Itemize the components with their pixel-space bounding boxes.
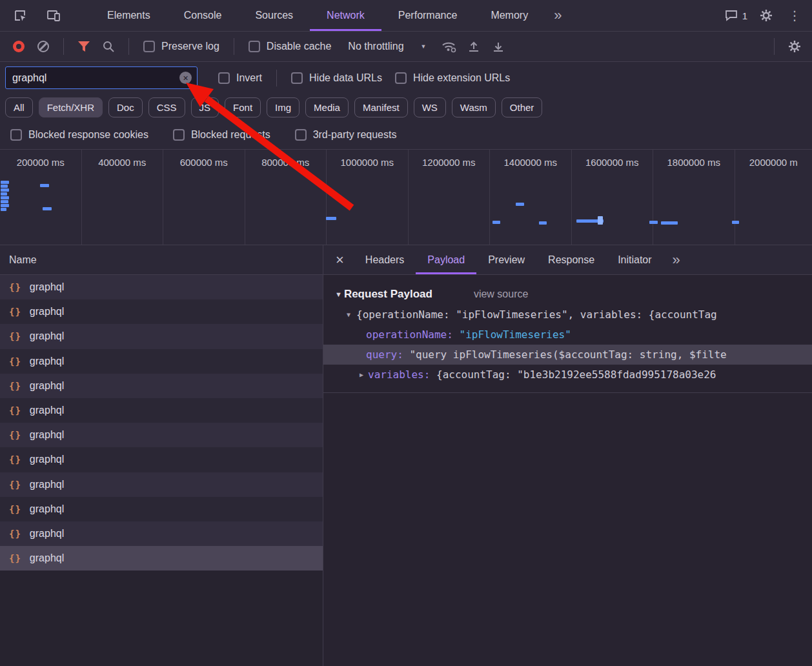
waterfall-bar[interactable]: [732, 221, 739, 224]
import-har-icon[interactable]: [464, 37, 483, 56]
type-filter-pill[interactable]: All: [5, 97, 33, 117]
waterfall-bar[interactable]: [539, 221, 547, 225]
type-filter-pill[interactable]: Wasm: [452, 97, 496, 117]
waterfall-bar[interactable]: [649, 221, 658, 224]
details-tab[interactable]: Payload: [416, 245, 476, 274]
details-tab[interactable]: Headers: [354, 245, 416, 274]
divider: [128, 38, 129, 55]
fetch-xhr-icon: {}: [9, 529, 21, 539]
inspect-element-icon[interactable]: [10, 6, 30, 25]
disable-cache-checkbox[interactable]: Disable cache: [245, 41, 336, 52]
waterfall-bar[interactable]: [598, 216, 603, 225]
type-filter-pill[interactable]: Other: [502, 97, 543, 117]
export-har-icon[interactable]: [489, 37, 508, 56]
waterfall-bar[interactable]: [1, 204, 9, 207]
settings-gear-icon[interactable]: [756, 6, 776, 25]
details-tab[interactable]: Initiator: [606, 245, 663, 274]
request-name: graphql: [30, 281, 64, 293]
payload-root-row[interactable]: ▼ {operationName: "ipFlowTimeseries", va…: [323, 305, 812, 325]
request-row[interactable]: {} graphql: [0, 546, 323, 570]
request-row[interactable]: {} graphql: [0, 275, 323, 299]
close-details-icon[interactable]: ×: [326, 252, 354, 268]
fetch-xhr-icon: {}: [9, 454, 21, 465]
collapse-triangle-icon[interactable]: ▼: [335, 290, 342, 298]
waterfall-bar[interactable]: [1, 200, 8, 203]
throttling-select[interactable]: No throttling ▼: [340, 41, 434, 52]
filter-checkbox[interactable]: 3rd-party requests: [291, 129, 401, 141]
waterfall-overview[interactable]: 200000 ms 400000 ms 600000 ms 800000 ms …: [0, 150, 812, 245]
waterfall-bar[interactable]: [43, 207, 52, 210]
request-row[interactable]: {} graphql: [0, 349, 323, 374]
fetch-xhr-icon: {}: [9, 553, 21, 563]
network-conditions-icon[interactable]: [440, 37, 459, 56]
request-row[interactable]: {} graphql: [0, 324, 323, 348]
waterfall-bar[interactable]: [1, 181, 9, 184]
more-details-tabs-icon[interactable]: »: [664, 252, 689, 268]
type-filter-pill[interactable]: Manifest: [354, 97, 408, 117]
payload-divider: [323, 392, 812, 393]
filter-checkbox[interactable]: Blocked response cookies: [6, 129, 152, 141]
request-row[interactable]: {} graphql: [0, 423, 323, 447]
request-row[interactable]: {} graphql: [0, 374, 323, 398]
expand-triangle-icon[interactable]: ▶: [360, 371, 363, 378]
hide-extension-urls-checkbox[interactable]: Hide extension URLs: [391, 72, 514, 84]
waterfall-bar[interactable]: [40, 184, 49, 187]
payload-row-variables[interactable]: ▶ variables: {accountTag: "b1e3b2192ee55…: [323, 365, 812, 385]
request-row[interactable]: {} graphql: [0, 472, 323, 497]
devtools-left-icons: [0, 0, 74, 31]
request-row[interactable]: {} graphql: [0, 299, 323, 324]
request-row[interactable]: {} graphql: [0, 398, 323, 423]
type-filter-pill[interactable]: JS: [191, 97, 219, 117]
waterfall-bar[interactable]: [1, 185, 8, 188]
panel-tab[interactable]: Sources: [238, 0, 310, 31]
search-icon[interactable]: [99, 37, 118, 56]
waterfall-bar[interactable]: [492, 221, 500, 224]
clear-filter-icon[interactable]: ×: [179, 72, 192, 84]
filter-input[interactable]: [5, 66, 198, 89]
payload-string-value: "ipFlowTimeseries": [453, 328, 571, 341]
panel-tab[interactable]: Memory: [474, 0, 545, 31]
clear-network-log-button[interactable]: [34, 37, 53, 56]
network-settings-gear-icon[interactable]: [785, 37, 804, 56]
payload-row-operation-name[interactable]: operationName: "ipFlowTimeseries": [323, 325, 812, 345]
invert-checkbox[interactable]: Invert: [214, 72, 266, 84]
panel-tab[interactable]: Performance: [381, 0, 474, 31]
filter-toggle-icon[interactable]: [74, 37, 94, 56]
details-tab[interactable]: Preview: [476, 245, 536, 274]
waterfall-bar[interactable]: [1, 192, 7, 196]
waterfall-bar[interactable]: [1, 196, 9, 199]
waterfall-bar[interactable]: [1, 208, 6, 211]
device-toolbar-icon[interactable]: [44, 6, 63, 25]
type-filter-pill[interactable]: CSS: [148, 97, 185, 117]
payload-row-query[interactable]: query: "query ipFlowTimeseries($accountT…: [323, 345, 812, 365]
waterfall-bar[interactable]: [516, 203, 524, 206]
request-row[interactable]: {} graphql: [0, 447, 323, 472]
name-column-label: Name: [9, 254, 37, 266]
type-filter-pill[interactable]: Fetch/XHR: [39, 97, 103, 117]
type-filter-pill[interactable]: Doc: [108, 97, 143, 117]
hide-data-urls-checkbox[interactable]: Hide data URLs: [287, 72, 386, 84]
waterfall-bar[interactable]: [326, 217, 336, 220]
type-filter-pill[interactable]: Media: [305, 97, 349, 117]
type-filter-pill[interactable]: Font: [225, 97, 261, 117]
waterfall-bar[interactable]: [1, 188, 9, 192]
preserve-log-checkbox[interactable]: Preserve log: [139, 41, 223, 52]
request-row[interactable]: {} graphql: [0, 521, 323, 546]
type-filter-pill[interactable]: WS: [414, 97, 446, 117]
panel-tab[interactable]: Network: [310, 0, 381, 31]
record-button[interactable]: [9, 37, 28, 56]
expand-triangle-icon[interactable]: ▼: [347, 311, 350, 318]
panel-tab[interactable]: Elements: [90, 0, 167, 31]
console-messages-button[interactable]: 1: [725, 10, 747, 21]
details-tab[interactable]: Response: [536, 245, 606, 274]
request-row[interactable]: {} graphql: [0, 497, 323, 521]
fetch-xhr-icon: {}: [9, 331, 21, 341]
more-panels-icon[interactable]: »: [545, 7, 571, 24]
name-column-header[interactable]: Name: [0, 245, 323, 275]
view-source-link[interactable]: view source: [474, 288, 528, 300]
waterfall-bar[interactable]: [661, 221, 678, 225]
filter-checkbox[interactable]: Blocked requests: [169, 129, 274, 141]
panel-tab[interactable]: Console: [167, 0, 239, 31]
kebab-menu-icon[interactable]: ⋮: [785, 6, 804, 25]
type-filter-pill[interactable]: Img: [267, 97, 299, 117]
